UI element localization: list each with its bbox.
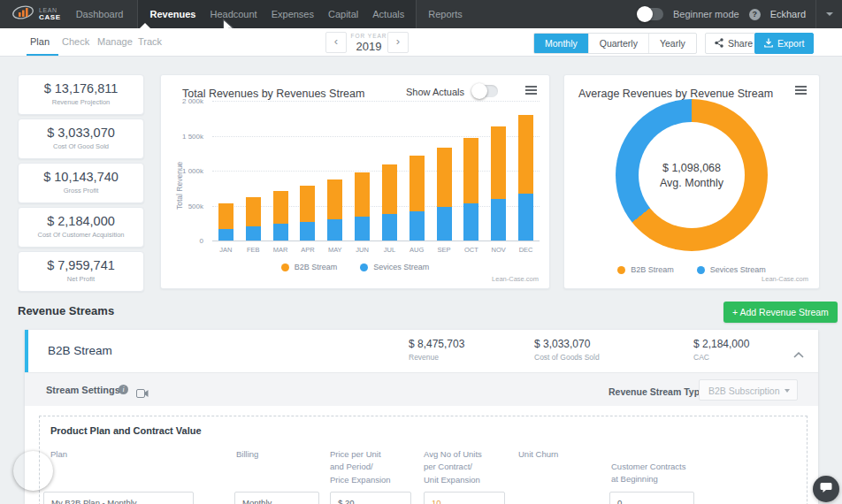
for-year-block: FOR YEAR 2019 (348, 33, 389, 53)
legend-item-b2b-stream[interactable]: B2B Stream (281, 263, 338, 271)
nav-item-expenses[interactable]: Expenses (264, 0, 321, 28)
kpi-label: Gross Profit (19, 187, 143, 195)
nav-item-headcount[interactable]: Headcount (203, 0, 264, 28)
revenue-streams-heading: Revenue Streams (18, 304, 114, 317)
column-header-plan: Plan (50, 448, 67, 461)
legend-label: Sevices Stream (373, 263, 429, 271)
kpi-card-revenue-projection: $ 13,176,811 Revenue Projection (18, 74, 144, 115)
product-plan-title: Product Plan and Contract Value (50, 425, 202, 436)
watermark: Lean-Case.com (492, 275, 539, 283)
nav-item-reports[interactable]: Reports (421, 0, 470, 28)
beginner-mode-toggle[interactable] (639, 8, 663, 20)
bar-may (327, 101, 342, 241)
tab-check[interactable]: Check (62, 28, 89, 56)
column-header-billing: Billing (236, 448, 258, 461)
bar-segment (355, 217, 370, 241)
product-plan-section: Product Plan and Contract Value Plan Bil… (39, 416, 808, 504)
bar-plot-area (212, 101, 540, 241)
chat-button[interactable] (813, 476, 839, 502)
toggle-knob (637, 6, 653, 22)
bar-chart-legend: B2B Stream Sevices Stream (161, 263, 549, 271)
y-axis-tick: 1 500k (182, 133, 203, 141)
collapse-chevron-up-icon[interactable] (793, 346, 804, 362)
revenue-stream-type-label: Revenue Stream Type (609, 386, 705, 397)
bar-dec (518, 101, 533, 241)
nav-item-actuals[interactable]: Actuals (365, 0, 411, 28)
year-value: 2019 (348, 40, 389, 53)
donut-center-value: $ 1,098,068 (662, 162, 721, 174)
show-actuals-toggle[interactable] (473, 85, 498, 97)
divider (815, 0, 816, 28)
gridline (212, 241, 540, 241)
bar-apr (300, 101, 315, 241)
help-icon[interactable]: ? (749, 9, 761, 20)
metric-label: Revenue (409, 353, 464, 362)
kpi-value: $ 10,143,740 (19, 170, 143, 184)
nav-section: Revenues Headcount Expenses Capital Actu… (137, 0, 417, 28)
for-year-label: FOR YEAR (348, 33, 389, 39)
x-axis-tick-labels: JANFEBMARAPRMAYJUNJULAUGSEPOCTNOVDEC (212, 246, 540, 256)
x-axis-tick: OCT (464, 246, 478, 254)
metric-cac: $ 2,184,000 CAC (693, 338, 749, 362)
metric-cogs: $ 3,033,070 Cost of Goods Sold (534, 338, 600, 362)
tab-plan[interactable]: Plan (30, 28, 50, 56)
bar-segment (463, 203, 478, 241)
kpi-card-cost-of-good-sold: $ 3,033,070 Cost Of Good Sold (18, 118, 144, 159)
stream-panel-header[interactable]: B2B Stream $ 8,475,703 Revenue $ 3,033,0… (25, 330, 818, 372)
download-icon (764, 38, 773, 50)
navbar-right-group: Beginner mode ? Eckhard (639, 0, 833, 28)
add-revenue-stream-button[interactable]: + Add Revenue Stream (723, 302, 838, 323)
kpi-card-gross-profit: $ 10,143,740 Gross Profit (18, 163, 144, 203)
year-next-button[interactable]: › (387, 32, 409, 53)
bar-segment (518, 115, 533, 194)
toggle-knob (471, 83, 487, 99)
export-button[interactable]: Export (754, 33, 814, 54)
metric-label: CAC (693, 353, 749, 362)
kpi-label: Cost Of Good Sold (19, 142, 143, 150)
bar-oct (463, 101, 478, 241)
x-axis-tick: JUL (384, 246, 395, 254)
period-quarterly-button[interactable]: Quarterly (588, 34, 648, 53)
customer-contracts-input[interactable]: 0 (609, 492, 694, 504)
donut-center: $ 1,098,068 Avg. Monthly (639, 122, 745, 228)
user-name[interactable]: Eckhard (770, 9, 806, 19)
revenue-stream-type-select[interactable]: B2B Subscription (699, 379, 798, 401)
plan-name-input[interactable]: My B2B Plan - Monthly (43, 492, 194, 504)
avg-units-input[interactable]: 10 (424, 492, 505, 504)
year-prev-button[interactable]: ‹ (325, 32, 347, 53)
nav-item-capital[interactable]: Capital (321, 0, 365, 28)
y-axis-tick: 500k (188, 202, 203, 210)
nav-item-revenues[interactable]: Revenues (142, 0, 203, 28)
top-navbar: LEAN CASE Dashboard Revenues Headcount E… (0, 0, 842, 28)
bar-segment (491, 199, 506, 241)
show-actuals-label: Show Actuals (406, 87, 464, 97)
nav-item-dashboard[interactable]: Dashboard (69, 0, 131, 28)
chart-menu-icon[interactable] (795, 86, 807, 96)
legend-item-services-stream[interactable]: Sevices Stream (360, 263, 429, 271)
export-label: Export (777, 38, 804, 49)
bar-segment (518, 194, 533, 241)
column-header-unit-churn: Unit Churn (518, 448, 558, 461)
user-menu-caret-icon[interactable] (826, 12, 833, 16)
bar-jan (218, 101, 233, 241)
video-tutorial-icon[interactable] (136, 386, 149, 401)
price-per-unit-input[interactable]: $ 20 (330, 492, 411, 504)
kpi-card-net-profit: $ 7,959,741 Net Profit (18, 251, 144, 292)
chart-menu-icon[interactable] (525, 86, 537, 96)
x-axis-tick: FEB (247, 246, 260, 254)
donut-center-label: Avg. Monthly (660, 177, 723, 189)
legend-item-services-stream[interactable]: Sevices Stream (697, 265, 766, 274)
app-logo[interactable]: LEAN CASE (11, 4, 61, 24)
period-yearly-button[interactable]: Yearly (648, 34, 696, 53)
column-header-avg-units: Avg No of Units per Contract/ Unit Expan… (424, 448, 482, 486)
info-icon[interactable]: i (119, 385, 128, 394)
tab-manage[interactable]: Manage (97, 28, 133, 56)
legend-item-b2b-stream[interactable]: B2B Stream (617, 265, 674, 274)
tab-track[interactable]: Track (138, 28, 162, 56)
bar-segment (410, 156, 425, 210)
beginner-mode-label: Beginner mode (673, 9, 739, 19)
kpi-label: Cost Of Customer Acquisition (19, 231, 143, 239)
support-agent-avatar[interactable] (13, 451, 53, 491)
billing-input[interactable]: Monthly (234, 492, 319, 504)
period-monthly-button[interactable]: Monthly (534, 34, 588, 53)
